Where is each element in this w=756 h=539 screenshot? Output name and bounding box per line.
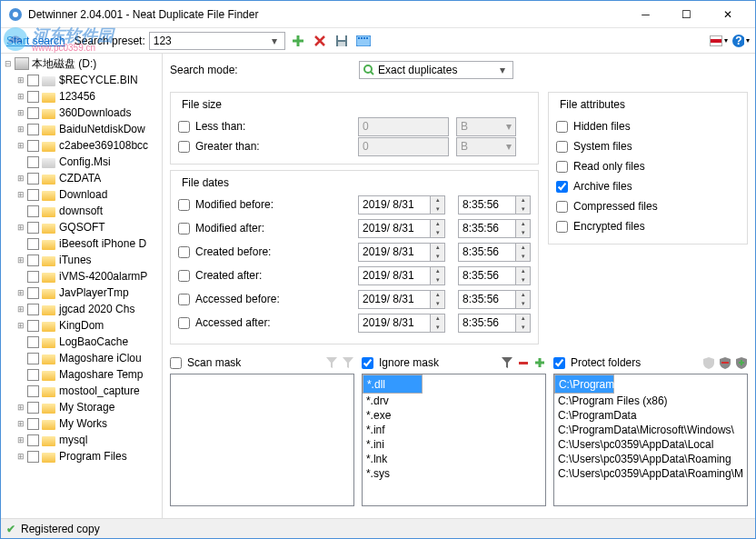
tree-item[interactable]: ⊞360Downloads: [3, 105, 160, 121]
tree-item[interactable]: Config.Msi: [3, 154, 160, 170]
tree-checkbox[interactable]: [27, 369, 39, 381]
list-item[interactable]: *.ini: [363, 437, 545, 452]
search-mode-combo[interactable]: Exact duplicates ▾: [359, 61, 513, 79]
tree-checkbox[interactable]: [27, 287, 39, 299]
tree-item[interactable]: ⊞JavPlayerTmp: [3, 284, 160, 301]
less-than-check[interactable]: Less than:: [178, 116, 351, 136]
tree-checkbox[interactable]: [27, 353, 39, 364]
minimize-button[interactable]: ─: [625, 1, 666, 27]
expand-icon[interactable]: ⊞: [15, 125, 25, 135]
scan-mask-check[interactable]: Scan mask: [170, 353, 241, 373]
ignore-mask-check[interactable]: Ignore mask: [362, 353, 439, 373]
date-input[interactable]: 2019/ 8/31▴▾: [358, 314, 445, 333]
list-item[interactable]: *.dll: [363, 374, 423, 394]
tree-checkbox[interactable]: [27, 304, 39, 315]
expand-icon[interactable]: [15, 386, 25, 396]
delete-preset-button[interactable]: [311, 32, 329, 50]
attr-check[interactable]: Archive files: [556, 176, 740, 196]
date-check[interactable]: Created after:: [178, 265, 351, 285]
list-item[interactable]: C:\Users\pc0359\AppData\Roaming: [554, 452, 747, 466]
tree-item[interactable]: iBeesoft iPhone D: [3, 235, 160, 252]
expand-icon[interactable]: ⊞: [15, 255, 25, 265]
protect-folders-list[interactable]: C:\Program FilesC:\Program Files (x86)C:…: [553, 374, 748, 506]
tree-item[interactable]: ⊞BaiduNetdiskDow: [3, 121, 160, 137]
tree-checkbox[interactable]: [27, 255, 39, 266]
less-than-unit[interactable]: B▾: [456, 117, 516, 136]
list-item[interactable]: C:\ProgramData\Microsoft\Windows\: [554, 423, 747, 437]
list-item[interactable]: *.exe: [363, 408, 545, 423]
date-input[interactable]: 2019/ 8/31▴▾: [358, 290, 445, 309]
list-item[interactable]: *.drv: [363, 394, 545, 408]
date-input[interactable]: 2019/ 8/31▴▾: [358, 219, 445, 238]
expand-icon[interactable]: ⊞: [15, 403, 25, 413]
list-item[interactable]: C:\Program Files: [554, 374, 614, 394]
shield-dim-icon[interactable]: [702, 356, 715, 369]
ignore-mask-list[interactable]: *.dll*.drv*.exe*.inf*.ini*.lnk*.sys: [362, 374, 546, 506]
expand-icon[interactable]: [15, 239, 25, 249]
attr-check[interactable]: Read only files: [556, 156, 740, 176]
date-check[interactable]: Accessed after:: [178, 313, 351, 333]
scan-mask-list[interactable]: [170, 374, 354, 506]
tree-checkbox[interactable]: [27, 75, 39, 86]
expand-icon[interactable]: [15, 354, 25, 364]
expand-icon[interactable]: ⊞: [15, 452, 25, 462]
tree-checkbox[interactable]: [27, 271, 39, 283]
tree-checkbox[interactable]: [27, 238, 39, 250]
tree-item[interactable]: mostool_capture: [3, 383, 160, 399]
tree-checkbox[interactable]: [27, 140, 39, 152]
date-input[interactable]: 2019/ 8/31▴▾: [358, 266, 445, 285]
expand-icon[interactable]: ⊞: [15, 141, 25, 151]
language-button[interactable]: ▾: [710, 32, 728, 50]
tree-item[interactable]: ⊞iTunes: [3, 252, 160, 268]
time-input[interactable]: 8:35:56▴▾: [458, 290, 531, 309]
tree-checkbox[interactable]: [27, 173, 39, 185]
date-input[interactable]: 2019/ 8/31▴▾: [358, 243, 445, 262]
help-button[interactable]: ?▾: [731, 32, 750, 50]
list-item[interactable]: *.sys: [363, 466, 545, 481]
start-search-link[interactable]: Start search: [6, 35, 65, 47]
expand-icon[interactable]: ⊞: [15, 419, 25, 429]
expand-icon[interactable]: [15, 157, 25, 167]
tree-checkbox[interactable]: [27, 402, 39, 414]
time-input[interactable]: 8:35:56▴▾: [458, 266, 531, 285]
add-preset-button[interactable]: [289, 32, 307, 50]
time-input[interactable]: 8:35:56▴▾: [458, 314, 531, 333]
date-check[interactable]: Accessed before:: [178, 289, 351, 309]
expand-icon[interactable]: ⊞: [15, 92, 25, 102]
date-check[interactable]: Modified after:: [178, 218, 351, 238]
tree-item[interactable]: ⊞$RECYCLE.BIN: [3, 72, 160, 88]
time-input[interactable]: 8:35:56▴▾: [458, 195, 531, 215]
tree-item[interactable]: ⊞jgcad 2020 Chs: [3, 301, 160, 317]
expand-icon[interactable]: ⊞: [15, 75, 25, 85]
expand-icon[interactable]: ⊞: [15, 223, 25, 233]
list-item[interactable]: *.lnk: [363, 452, 545, 466]
tree-checkbox[interactable]: [27, 451, 39, 463]
tree-checkbox[interactable]: [27, 189, 39, 201]
attr-check[interactable]: Encrypted files: [556, 216, 740, 236]
date-input[interactable]: 2019/ 8/31▴▾: [358, 195, 445, 215]
time-input[interactable]: 8:35:56▴▾: [458, 243, 531, 262]
close-button[interactable]: ✕: [707, 1, 748, 27]
funnel-icon[interactable]: [501, 356, 513, 369]
tree-checkbox[interactable]: [27, 124, 39, 135]
funnel-remove-icon[interactable]: [325, 356, 338, 369]
folder-tree[interactable]: ⊟ 本地磁盘 (D:) ⊞$RECYCLE.BIN⊞123456⊞360Down…: [1, 54, 163, 520]
less-than-input[interactable]: [358, 117, 449, 136]
tree-item[interactable]: Magoshare iClou: [3, 350, 160, 366]
tree-item[interactable]: ⊞GQSOFT: [3, 219, 160, 235]
add-icon[interactable]: [533, 356, 546, 369]
tree-item[interactable]: Magoshare Temp: [3, 366, 160, 383]
date-check[interactable]: Modified before:: [178, 195, 351, 215]
tree-checkbox[interactable]: [27, 91, 39, 103]
tree-checkbox[interactable]: [27, 434, 39, 446]
tree-checkbox[interactable]: [27, 107, 39, 119]
tree-checkbox[interactable]: [27, 336, 39, 348]
tree-root-label[interactable]: 本地磁盘 (D:): [32, 56, 96, 72]
tree-checkbox[interactable]: [27, 418, 39, 430]
attr-check[interactable]: Compressed files: [556, 196, 740, 216]
expand-icon[interactable]: [15, 272, 25, 282]
greater-than-unit[interactable]: B▾: [456, 137, 516, 156]
protect-folders-check[interactable]: Protect folders: [553, 353, 641, 373]
tree-checkbox[interactable]: [27, 222, 39, 234]
shield-remove-icon[interactable]: [719, 356, 731, 369]
